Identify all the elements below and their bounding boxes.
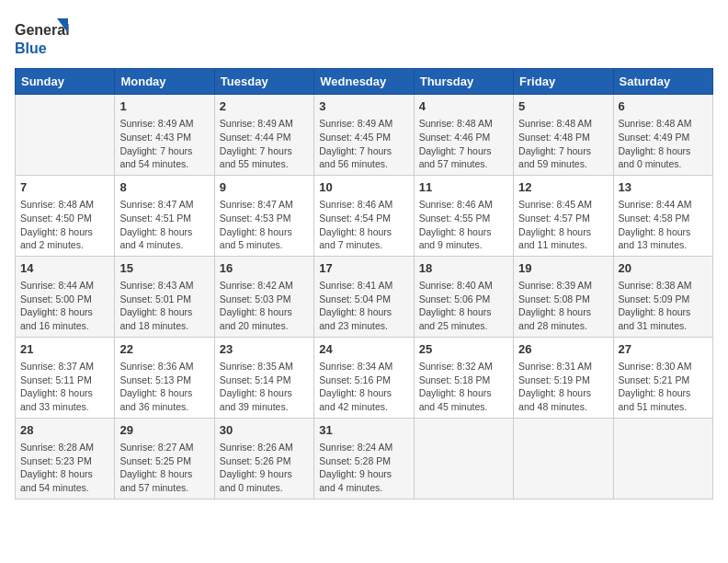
- day-number: 20: [619, 260, 708, 277]
- cell-4-7: 27Sunrise: 8:30 AMSunset: 5:21 PMDayligh…: [613, 337, 712, 418]
- cell-4-4: 24Sunrise: 8:34 AMSunset: 5:16 PMDayligh…: [314, 337, 414, 418]
- day-number: 23: [220, 341, 309, 358]
- day-number: 10: [319, 179, 408, 196]
- cell-5-7: [613, 418, 712, 499]
- cell-5-1: 28Sunrise: 8:28 AMSunset: 5:23 PMDayligh…: [16, 418, 115, 499]
- day-number: 2: [220, 98, 309, 115]
- day-number: 7: [20, 179, 109, 196]
- cell-3-5: 18Sunrise: 8:40 AMSunset: 5:06 PMDayligh…: [414, 256, 513, 337]
- day-number: 19: [518, 260, 608, 277]
- cell-content: Sunrise: 8:41 AMSunset: 5:04 PMDaylight:…: [319, 279, 408, 333]
- day-number: 21: [20, 341, 109, 358]
- cell-5-2: 29Sunrise: 8:27 AMSunset: 5:25 PMDayligh…: [115, 418, 214, 499]
- cell-1-7: 6Sunrise: 8:48 AMSunset: 4:49 PMDaylight…: [613, 95, 712, 176]
- cell-content: Sunrise: 8:39 AMSunset: 5:08 PMDaylight:…: [518, 279, 608, 333]
- header-day-thursday: Thursday: [414, 69, 513, 95]
- cell-content: Sunrise: 8:24 AMSunset: 5:28 PMDaylight:…: [319, 441, 408, 495]
- day-number: 28: [20, 422, 109, 439]
- cell-3-4: 17Sunrise: 8:41 AMSunset: 5:04 PMDayligh…: [314, 256, 414, 337]
- cell-3-3: 16Sunrise: 8:42 AMSunset: 5:03 PMDayligh…: [214, 256, 313, 337]
- cell-1-5: 4Sunrise: 8:48 AMSunset: 4:46 PMDaylight…: [414, 95, 513, 176]
- day-number: 22: [119, 341, 209, 358]
- day-number: 24: [319, 341, 408, 358]
- cell-content: Sunrise: 8:48 AMSunset: 4:48 PMDaylight:…: [518, 117, 608, 171]
- cell-4-1: 21Sunrise: 8:37 AMSunset: 5:11 PMDayligh…: [16, 337, 115, 418]
- cell-2-7: 13Sunrise: 8:44 AMSunset: 4:58 PMDayligh…: [613, 175, 712, 256]
- cell-2-5: 11Sunrise: 8:46 AMSunset: 4:55 PMDayligh…: [414, 175, 513, 256]
- day-number: 8: [119, 179, 209, 196]
- cell-4-5: 25Sunrise: 8:32 AMSunset: 5:18 PMDayligh…: [414, 337, 513, 418]
- day-number: 3: [319, 98, 408, 115]
- week-row-4: 21Sunrise: 8:37 AMSunset: 5:11 PMDayligh…: [16, 337, 713, 418]
- cell-content: Sunrise: 8:32 AMSunset: 5:18 PMDaylight:…: [419, 360, 508, 414]
- cell-3-7: 20Sunrise: 8:38 AMSunset: 5:09 PMDayligh…: [613, 256, 712, 337]
- cell-1-3: 2Sunrise: 8:49 AMSunset: 4:44 PMDaylight…: [214, 95, 313, 176]
- day-number: 30: [220, 422, 309, 439]
- header: GeneralBlue: [15, 15, 713, 61]
- day-number: 11: [419, 179, 508, 196]
- cell-content: Sunrise: 8:47 AMSunset: 4:51 PMDaylight:…: [119, 198, 209, 252]
- cell-content: Sunrise: 8:36 AMSunset: 5:13 PMDaylight:…: [119, 360, 209, 414]
- week-row-5: 28Sunrise: 8:28 AMSunset: 5:23 PMDayligh…: [16, 418, 713, 499]
- day-number: 18: [419, 260, 508, 277]
- cell-content: Sunrise: 8:44 AMSunset: 5:00 PMDaylight:…: [20, 279, 109, 333]
- cell-content: Sunrise: 8:26 AMSunset: 5:26 PMDaylight:…: [220, 441, 309, 495]
- cell-4-3: 23Sunrise: 8:35 AMSunset: 5:14 PMDayligh…: [214, 337, 313, 418]
- cell-3-6: 19Sunrise: 8:39 AMSunset: 5:08 PMDayligh…: [514, 256, 613, 337]
- day-number: 17: [319, 260, 408, 277]
- cell-content: Sunrise: 8:48 AMSunset: 4:46 PMDaylight:…: [419, 117, 508, 171]
- cell-5-4: 31Sunrise: 8:24 AMSunset: 5:28 PMDayligh…: [314, 418, 414, 499]
- cell-content: Sunrise: 8:34 AMSunset: 5:16 PMDaylight:…: [319, 360, 408, 414]
- cell-content: Sunrise: 8:28 AMSunset: 5:23 PMDaylight:…: [20, 441, 109, 495]
- cell-content: Sunrise: 8:49 AMSunset: 4:45 PMDaylight:…: [319, 117, 408, 171]
- header-day-wednesday: Wednesday: [314, 69, 414, 95]
- calendar-table: SundayMondayTuesdayWednesdayThursdayFrid…: [15, 68, 713, 500]
- cell-4-6: 26Sunrise: 8:31 AMSunset: 5:19 PMDayligh…: [514, 337, 613, 418]
- day-number: 6: [619, 98, 708, 115]
- day-number: 31: [319, 422, 408, 439]
- svg-text:General: General: [15, 22, 70, 38]
- svg-text:Blue: Blue: [15, 40, 47, 56]
- cell-content: Sunrise: 8:31 AMSunset: 5:19 PMDaylight:…: [518, 360, 608, 414]
- cell-content: Sunrise: 8:27 AMSunset: 5:25 PMDaylight:…: [119, 441, 209, 495]
- day-number: 26: [518, 341, 608, 358]
- cell-content: Sunrise: 8:45 AMSunset: 4:57 PMDaylight:…: [518, 198, 608, 252]
- cell-4-2: 22Sunrise: 8:36 AMSunset: 5:13 PMDayligh…: [115, 337, 214, 418]
- day-number: 16: [220, 260, 309, 277]
- cell-content: Sunrise: 8:38 AMSunset: 5:09 PMDaylight:…: [619, 279, 708, 333]
- day-number: 12: [518, 179, 608, 196]
- cell-content: Sunrise: 8:46 AMSunset: 4:54 PMDaylight:…: [319, 198, 408, 252]
- week-row-1: 1Sunrise: 8:49 AMSunset: 4:43 PMDaylight…: [16, 95, 713, 176]
- header-day-sunday: Sunday: [16, 69, 115, 95]
- logo-svg: GeneralBlue: [15, 15, 70, 61]
- cell-2-4: 10Sunrise: 8:46 AMSunset: 4:54 PMDayligh…: [314, 175, 414, 256]
- cell-content: Sunrise: 8:49 AMSunset: 4:43 PMDaylight:…: [119, 117, 209, 171]
- day-number: 1: [119, 98, 209, 115]
- cell-5-6: [514, 418, 613, 499]
- day-number: 15: [119, 260, 209, 277]
- cell-3-2: 15Sunrise: 8:43 AMSunset: 5:01 PMDayligh…: [115, 256, 214, 337]
- cell-content: Sunrise: 8:30 AMSunset: 5:21 PMDaylight:…: [619, 360, 708, 414]
- cell-1-1: [16, 95, 115, 176]
- cell-content: Sunrise: 8:42 AMSunset: 5:03 PMDaylight:…: [220, 279, 309, 333]
- day-number: 9: [220, 179, 309, 196]
- cell-content: Sunrise: 8:48 AMSunset: 4:49 PMDaylight:…: [619, 117, 708, 171]
- cell-content: Sunrise: 8:35 AMSunset: 5:14 PMDaylight:…: [220, 360, 309, 414]
- cell-2-1: 7Sunrise: 8:48 AMSunset: 4:50 PMDaylight…: [16, 175, 115, 256]
- cell-1-4: 3Sunrise: 8:49 AMSunset: 4:45 PMDaylight…: [314, 95, 414, 176]
- header-row: SundayMondayTuesdayWednesdayThursdayFrid…: [16, 69, 713, 95]
- header-day-tuesday: Tuesday: [214, 69, 313, 95]
- header-day-monday: Monday: [115, 69, 214, 95]
- cell-content: Sunrise: 8:43 AMSunset: 5:01 PMDaylight:…: [119, 279, 209, 333]
- day-number: 13: [619, 179, 708, 196]
- cell-5-5: [414, 418, 513, 499]
- week-row-2: 7Sunrise: 8:48 AMSunset: 4:50 PMDaylight…: [16, 175, 713, 256]
- day-number: 5: [518, 98, 608, 115]
- logo: GeneralBlue: [15, 15, 70, 61]
- day-number: 14: [20, 260, 109, 277]
- cell-1-6: 5Sunrise: 8:48 AMSunset: 4:48 PMDaylight…: [514, 95, 613, 176]
- cell-content: Sunrise: 8:47 AMSunset: 4:53 PMDaylight:…: [220, 198, 309, 252]
- cell-2-2: 8Sunrise: 8:47 AMSunset: 4:51 PMDaylight…: [115, 175, 214, 256]
- cell-content: Sunrise: 8:40 AMSunset: 5:06 PMDaylight:…: [419, 279, 508, 333]
- day-number: 25: [419, 341, 508, 358]
